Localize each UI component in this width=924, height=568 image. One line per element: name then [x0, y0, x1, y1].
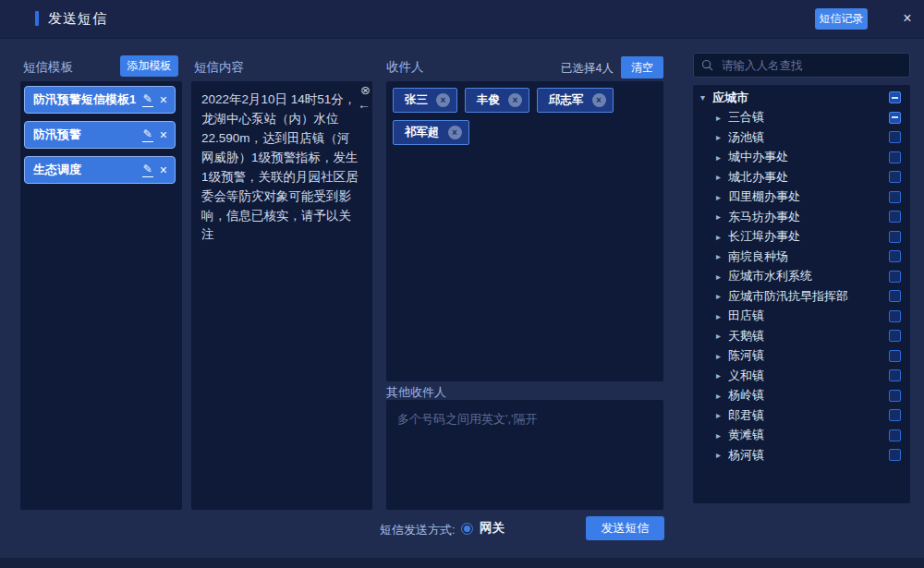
tree-node[interactable]: ▸应城市防汛抗旱指挥部 [693, 286, 910, 307]
content-section-label: 短信内容 [194, 59, 244, 76]
tree-node[interactable]: ▸黄滩镇 [693, 426, 910, 446]
tree-node-label: 郎君镇 [728, 407, 889, 424]
tree-node[interactable]: ▸南垸良种场 [693, 247, 910, 267]
other-recipients-label: 其他收件人 [386, 384, 446, 401]
tree-node[interactable]: ▸三合镇 [693, 108, 910, 128]
send-sms-button[interactable]: 发送短信 [586, 516, 664, 540]
caret-right-icon[interactable]: ▸ [716, 132, 728, 142]
remove-recipient-icon[interactable]: × [436, 93, 450, 107]
tree-node-checkbox[interactable] [889, 191, 901, 203]
gateway-radio[interactable] [461, 523, 473, 535]
sms-records-button[interactable]: 短信记录 [815, 8, 868, 30]
delete-icon[interactable]: × [160, 163, 167, 177]
tree-node[interactable]: ▸东马坊办事处 [693, 207, 910, 227]
other-recipients-input[interactable] [386, 400, 663, 510]
tree-node[interactable]: ▸天鹅镇 [693, 326, 910, 346]
clear-content-icon[interactable]: ⊗ [360, 83, 371, 97]
template-item[interactable]: 防汛预警短信模板1✎× [24, 86, 176, 114]
caret-right-icon[interactable]: ▸ [716, 192, 728, 202]
tree-node-checkbox[interactable] [889, 429, 901, 441]
tree-node-checkbox[interactable] [889, 131, 901, 143]
tree-node-label: 田店镇 [728, 308, 889, 324]
tree-node-checkbox[interactable] [889, 91, 901, 103]
delete-icon[interactable]: × [160, 92, 167, 107]
tree-node[interactable]: ▸长江埠办事处 [693, 227, 910, 248]
caret-right-icon[interactable]: ▸ [716, 172, 728, 182]
selected-count: 已选择4人 [561, 61, 614, 77]
tree-node[interactable]: ▸杨岭镇 [693, 386, 910, 406]
add-template-button[interactable]: 添加模板 [120, 55, 178, 77]
caret-right-icon[interactable]: ▸ [716, 391, 728, 401]
tree-node-checkbox[interactable] [889, 330, 901, 342]
templates-section-label: 短信模板 [23, 59, 73, 76]
bottom-strip [0, 558, 924, 568]
remove-recipient-icon[interactable]: × [448, 126, 462, 139]
delete-icon[interactable]: × [160, 127, 167, 142]
title-accent-bar [35, 11, 39, 26]
tree-node-checkbox[interactable] [889, 151, 901, 163]
tree-node-checkbox[interactable] [889, 112, 901, 124]
template-item[interactable]: 防汛预警✎× [24, 121, 176, 149]
tree-node-checkbox[interactable] [889, 449, 901, 461]
tree-node[interactable]: ▸应城市水利系统 [693, 267, 910, 287]
caret-right-icon[interactable]: ▸ [716, 272, 728, 282]
edit-icon[interactable]: ✎ [142, 92, 153, 107]
caret-right-icon[interactable]: ▸ [716, 410, 728, 420]
sms-content-input[interactable]: 2022年2月10日 14时51分，龙湖中心泵站（内）水位22.590m，达到田… [191, 81, 372, 510]
tree-node-label: 三合镇 [728, 109, 889, 126]
caret-down-icon[interactable]: ▾ [700, 92, 712, 103]
arrow-left-icon[interactable]: ← [358, 97, 371, 112]
gateway-option-label: 网关 [480, 520, 505, 537]
people-search-box[interactable] [693, 53, 910, 78]
caret-right-icon[interactable]: ▸ [716, 232, 728, 242]
template-name: 防汛预警短信模板1 [33, 91, 142, 108]
tree-node-checkbox[interactable] [889, 310, 901, 322]
tree-node[interactable]: ▸城中办事处 [693, 148, 910, 168]
tree-node[interactable]: ▸城北办事处 [693, 167, 910, 187]
caret-right-icon[interactable]: ▸ [716, 152, 728, 163]
tree-node[interactable]: ▸杨河镇 [693, 445, 910, 465]
recipient-chip: 邱志军× [537, 88, 614, 113]
caret-right-icon[interactable]: ▸ [716, 113, 728, 123]
tree-node[interactable]: ▸陈河镇 [693, 346, 910, 367]
tree-node-checkbox[interactable] [889, 369, 901, 381]
template-item[interactable]: 生态调度✎× [24, 156, 176, 184]
tree-node-checkbox[interactable] [889, 350, 901, 362]
caret-right-icon[interactable]: ▸ [716, 331, 728, 341]
tree-node-label: 城北办事处 [728, 169, 889, 186]
caret-right-icon[interactable]: ▸ [716, 450, 728, 460]
recipient-name: 丰俊 [477, 92, 500, 108]
clear-recipients-button[interactable]: 清空 [621, 56, 663, 79]
tree-node-checkbox[interactable] [889, 409, 901, 421]
tree-node-checkbox[interactable] [889, 250, 901, 262]
tree-node[interactable]: ▸郎君镇 [693, 405, 910, 426]
remove-recipient-icon[interactable]: × [592, 93, 606, 107]
edit-icon[interactable]: ✎ [142, 127, 153, 142]
tree-node-checkbox[interactable] [889, 171, 901, 183]
tree-node-root[interactable]: ▾应城市 [693, 88, 910, 108]
tree-node[interactable]: ▸四里棚办事处 [693, 187, 910, 208]
tree-node-label: 应城市水利系统 [728, 268, 889, 284]
caret-right-icon[interactable]: ▸ [716, 291, 728, 301]
tree-node-checkbox[interactable] [889, 231, 901, 243]
tree-node[interactable]: ▸义和镇 [693, 366, 910, 386]
edit-icon[interactable]: ✎ [142, 163, 153, 177]
tree-node-checkbox[interactable] [889, 290, 901, 302]
remove-recipient-icon[interactable]: × [508, 93, 522, 107]
close-icon[interactable]: × [898, 9, 917, 28]
tree-node-checkbox[interactable] [889, 390, 901, 402]
directory-tree-panel: ▾应城市▸三合镇▸汤池镇▸城中办事处▸城北办事处▸四里棚办事处▸东马坊办事处▸长… [693, 85, 910, 503]
caret-right-icon[interactable]: ▸ [716, 311, 728, 321]
caret-right-icon[interactable]: ▸ [716, 370, 728, 381]
tree-node[interactable]: ▸田店镇 [693, 307, 910, 327]
caret-right-icon[interactable]: ▸ [716, 351, 728, 361]
tree-node-checkbox[interactable] [889, 211, 901, 223]
caret-right-icon[interactable]: ▸ [716, 251, 728, 261]
recipient-name: 祁军超 [405, 125, 440, 140]
template-name: 生态调度 [33, 162, 142, 178]
tree-node[interactable]: ▸汤池镇 [693, 127, 910, 148]
tree-node-checkbox[interactable] [889, 271, 901, 283]
caret-right-icon[interactable]: ▸ [716, 430, 728, 441]
people-search-input[interactable] [720, 58, 902, 73]
caret-right-icon[interactable]: ▸ [716, 211, 728, 222]
